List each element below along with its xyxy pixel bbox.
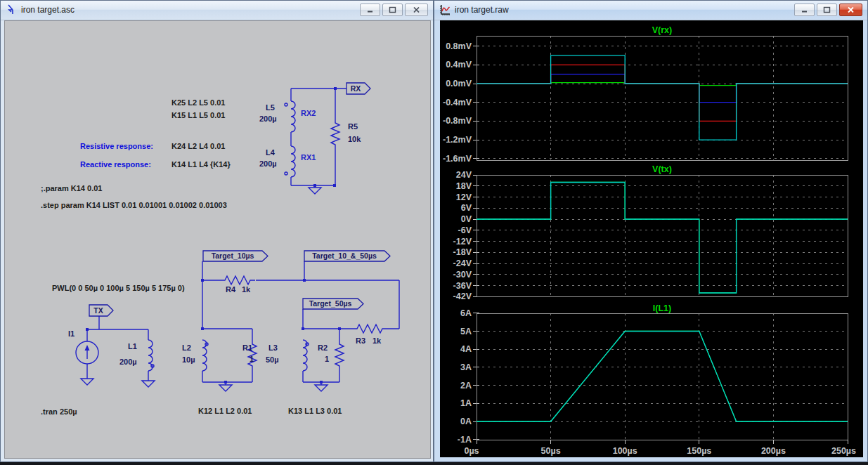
close-button[interactable] (405, 4, 428, 16)
schematic-text[interactable]: K13 L1 L3 0.01 (288, 407, 342, 416)
maximize-button[interactable] (817, 4, 837, 16)
y-tick-label: -6V (458, 225, 472, 235)
y-tick-label: 5A (460, 327, 472, 336)
schematic-text[interactable]: L3 (268, 343, 278, 353)
schematic-text[interactable]: K15 L1 L5 0.01 (171, 111, 225, 120)
waveform-window: iron target.raw 0.8mV0.4mV0.0mV-0.4mV-0.… (434, 0, 868, 462)
schematic-text[interactable]: 1 (325, 355, 329, 364)
maximize-icon (389, 6, 396, 13)
net-flag-target-10-50-s[interactable]: Target_10_&_50µs (304, 251, 384, 261)
pane-i-l1-: 6A5A4A3A2A1A0A-1AI(L1)0µs50µs100µs150µs2… (458, 303, 856, 456)
schematic-text[interactable]: L5 (266, 103, 275, 112)
window-title: iron target.raw (455, 5, 509, 15)
close-icon (413, 6, 420, 13)
trace (477, 332, 848, 422)
x-tick-label: 100µs (613, 446, 637, 456)
trace (477, 74, 848, 103)
trace-title: V(tx) (652, 164, 672, 174)
close-button[interactable] (839, 4, 862, 16)
y-tick-label: 18V (456, 181, 472, 191)
y-tick-label: 0.8mV (446, 41, 472, 51)
schematic-text[interactable]: R4 (226, 285, 235, 294)
y-tick-label: 24V (456, 170, 472, 180)
y-tick-label: -1.6mV (443, 154, 472, 164)
schematic-text[interactable]: 200µ (259, 159, 277, 169)
desktop: { "windows": { "schematic": { "title": "… (0, 0, 868, 465)
schematic-text[interactable]: 10k (348, 135, 361, 144)
trace (477, 183, 848, 294)
y-tick-label: -30V (453, 270, 472, 280)
y-tick-label: -12V (453, 237, 472, 247)
y-tick-label: -18V (453, 247, 472, 257)
net-flag-target-10-s[interactable]: Target_10µs (203, 251, 262, 261)
minimize-button[interactable] (794, 4, 815, 16)
y-tick-label: 6A (460, 308, 472, 318)
schematic-text-layer: K25 L2 L5 0.01K15 L1 L5 0.01Resistive re… (5, 21, 430, 458)
minimize-button[interactable] (360, 4, 380, 16)
y-tick-label: 2A (460, 381, 472, 391)
schematic-titlebar[interactable]: iron target.asc (1, 1, 433, 20)
schematic-text[interactable]: 200µ (259, 114, 277, 124)
pane-v-tx-: 24V18V12V6V0V-6V-12V-18V-24V-30V-36V-42V… (453, 164, 848, 301)
ltspice-schematic-icon (6, 4, 17, 15)
x-tick-label: 0µs (464, 446, 479, 456)
trace (477, 183, 848, 294)
y-tick-label: 1A (460, 398, 472, 408)
schematic-text[interactable]: R1 (242, 343, 252, 353)
schematic-text[interactable]: 10µ (182, 355, 195, 365)
schematic-window: iron target.asc (0, 0, 434, 462)
schematic-text[interactable]: L2 (182, 343, 191, 353)
net-flag-target-50-s[interactable]: Target_50µs (303, 299, 358, 308)
net-flag-tx[interactable]: TX (89, 306, 108, 315)
schematic-text[interactable]: K14 L1 L4 {K14} (171, 160, 231, 169)
x-tick-label: 50µs (541, 446, 561, 456)
window-controls (360, 4, 428, 16)
y-tick-label: 3A (460, 362, 472, 372)
y-tick-label: -1A (458, 435, 472, 445)
schematic-text[interactable]: R5 (348, 122, 358, 131)
x-tick-label: 150µs (687, 446, 711, 456)
y-tick-label: 4A (460, 344, 472, 354)
schematic-text[interactable]: L1 (128, 342, 137, 351)
minimize-icon (801, 6, 808, 13)
maximize-button[interactable] (382, 4, 403, 16)
y-tick-label: -0.8mV (443, 116, 472, 126)
schematic-text[interactable]: RX1 (301, 153, 316, 162)
schematic-text[interactable]: ;.param K14 0.01 (41, 184, 102, 193)
schematic-text[interactable]: Reactive response: (80, 160, 151, 169)
schematic-text[interactable]: PWL(0 0 50µ 0 100µ 5 150µ 5 175µ 0) (52, 284, 185, 293)
schematic-text[interactable]: K24 L2 L4 0.01 (171, 142, 225, 151)
waveform-titlebar[interactable]: iron target.raw (434, 1, 867, 20)
schematic-text[interactable]: .step param K14 LIST 0.01 0.01001 0.0100… (41, 201, 227, 210)
trace-title: I(L1) (653, 303, 671, 313)
y-tick-label: 12V (456, 192, 472, 202)
window-controls (794, 4, 862, 16)
schematic-text[interactable]: I1 (68, 329, 75, 339)
maximize-icon (823, 6, 831, 13)
minimize-icon (366, 6, 374, 13)
schematic-text[interactable]: .tran 250µ (41, 407, 77, 417)
schematic-text[interactable]: K25 L2 L5 0.01 (171, 98, 225, 107)
y-tick-label: -1.2mV (443, 135, 472, 145)
schematic-text[interactable]: R2 (318, 343, 328, 353)
schematic-text[interactable]: Resistive response: (80, 142, 153, 151)
y-tick-label: 6V (461, 203, 472, 213)
net-flag-rx[interactable]: RX (346, 84, 365, 93)
y-tick-label: -42V (453, 292, 472, 301)
close-icon (847, 6, 855, 13)
schematic-text[interactable]: 1k (373, 336, 381, 346)
trace-title: V(rx) (652, 25, 672, 35)
schematic-canvas[interactable]: K25 L2 L5 0.01K15 L1 L5 0.01Resistive re… (4, 20, 431, 459)
schematic-text[interactable]: 200µ (119, 358, 137, 367)
waveform-file-icon (439, 4, 451, 15)
schematic-text[interactable]: R3 (356, 336, 365, 346)
schematic-text[interactable]: 1k (242, 285, 250, 294)
schematic-text[interactable]: L4 (266, 148, 275, 157)
schematic-text[interactable]: RX2 (301, 109, 316, 118)
trace (477, 83, 848, 86)
schematic-text[interactable]: K12 L1 L2 0.01 (198, 407, 252, 416)
trace (477, 65, 848, 121)
waveform-plot-area[interactable]: 0.8mV0.4mV0.0mV-0.4mV-0.8mV-1.2mV-1.6mVV… (440, 20, 863, 457)
schematic-text[interactable]: 1 (250, 355, 254, 364)
schematic-text[interactable]: 50µ (266, 355, 279, 365)
